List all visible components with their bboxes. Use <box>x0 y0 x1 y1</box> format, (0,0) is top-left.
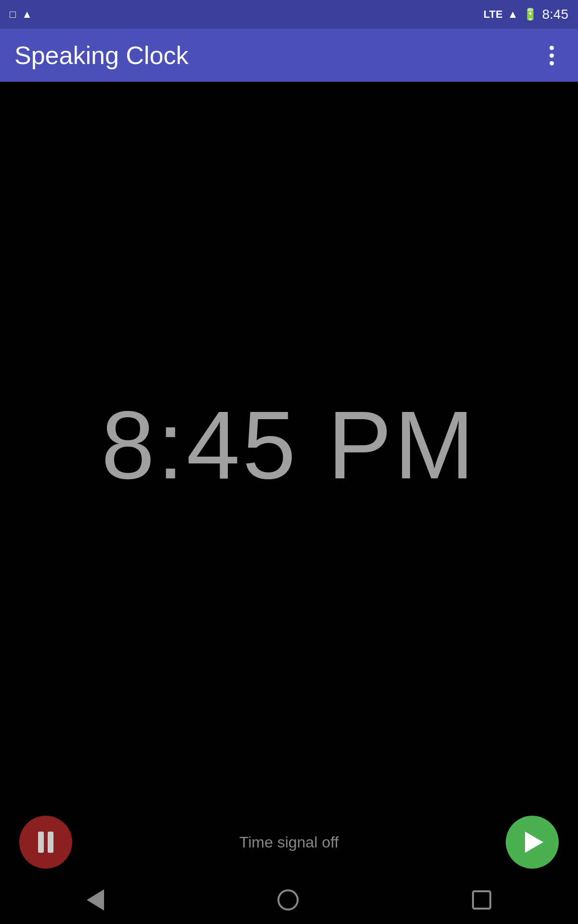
home-button[interactable] <box>277 889 299 911</box>
android-icon: ▲ <box>22 8 32 21</box>
battery-icon: 🔋 <box>523 8 538 21</box>
app-title: Speaking Clock <box>14 41 188 70</box>
recents-button[interactable] <box>472 890 491 910</box>
dot1 <box>550 46 554 50</box>
status-bar: □ ▲ LTE ▲ 🔋 8:45 <box>0 0 578 29</box>
pause-bar-right <box>48 832 53 853</box>
overflow-menu-button[interactable] <box>539 46 564 65</box>
play-button[interactable] <box>506 816 559 869</box>
pause-button[interactable] <box>19 816 72 869</box>
controls-bar: Time signal off <box>0 808 578 876</box>
signal-status-text: Time signal off <box>239 834 339 851</box>
clock-area: 8:45 PM <box>0 82 578 808</box>
play-icon <box>525 832 543 853</box>
sim-icon: □ <box>10 8 16 21</box>
status-bar-left: □ ▲ <box>10 8 32 21</box>
status-bar-right: LTE ▲ 🔋 8:45 <box>484 7 568 22</box>
back-button[interactable] <box>87 889 104 911</box>
recents-icon <box>472 890 491 910</box>
status-time: 8:45 <box>542 7 569 22</box>
pause-bar-left <box>38 832 44 853</box>
app-bar: Speaking Clock <box>0 29 578 82</box>
home-icon <box>277 889 299 911</box>
clock-display: 8:45 PM <box>101 390 477 500</box>
dot3 <box>550 61 554 65</box>
lte-indicator: LTE <box>484 8 503 21</box>
dot2 <box>550 53 554 58</box>
signal-icon: ▲ <box>508 8 518 21</box>
pause-icon <box>38 832 53 853</box>
navigation-bar <box>0 876 578 924</box>
back-icon <box>87 889 104 911</box>
